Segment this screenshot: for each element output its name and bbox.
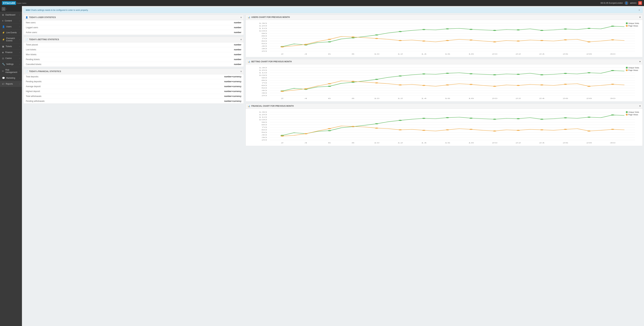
svg-point-118	[517, 85, 520, 86]
stat-row-new-users: New users: number	[24, 20, 244, 25]
sidebar-item-marketing[interactable]: 💬 Marketing ›	[0, 75, 22, 81]
svg-point-182	[399, 129, 402, 130]
svg-text:100: 100	[259, 74, 267, 76]
financial-chart-collapse-button[interactable]: ▾	[640, 105, 640, 107]
betting-chart-legend: Unique Visits Page Views	[626, 67, 639, 71]
sidebar-item-dashboard[interactable]: ⊞ Dashboard ›	[0, 12, 22, 18]
betting-chart-collapse-button[interactable]: ▾	[640, 60, 640, 63]
sidebar-item-finance[interactable]: ◈ Finance ›	[0, 50, 22, 55]
sidebar-label-finance: Finance	[5, 51, 12, 54]
chevron-right-icon: ›	[20, 46, 20, 48]
chevron-right-icon: ›	[20, 70, 20, 72]
svg-point-190	[588, 130, 591, 132]
svg-text:60: 60	[262, 129, 267, 131]
svg-text:24: 24	[539, 98, 545, 99]
svg-text:4: 4	[304, 142, 307, 144]
chevron-right-icon: ›	[20, 26, 20, 28]
svg-point-115	[446, 84, 449, 86]
casino-icon: ◎	[2, 57, 4, 60]
users-chart-collapse-button[interactable]: ▾	[640, 16, 640, 18]
svg-point-52	[588, 41, 591, 42]
svg-point-189	[564, 129, 567, 130]
legend-label-pageviews: Page Views	[628, 25, 638, 27]
total-deposits-value: number+currency	[224, 76, 242, 78]
svg-text:6: 6	[328, 142, 331, 144]
sidebar-item-prematch-events[interactable]: ⚡ Prematch Events ›	[0, 36, 22, 44]
user-stats-collapse-button[interactable]: ▾	[240, 16, 242, 19]
svg-point-120	[564, 84, 567, 85]
svg-point-45	[422, 40, 426, 42]
betting-stats-collapse-button[interactable]: ▾	[240, 38, 242, 41]
svg-text:4: 4	[304, 53, 307, 55]
svg-text:26: 26	[562, 53, 568, 55]
svg-point-43	[375, 38, 378, 39]
financial-legend-dot-orange	[626, 114, 628, 116]
svg-point-49	[517, 40, 520, 42]
sidebar-item-settings[interactable]: 🔧 Settings ›	[0, 61, 22, 67]
svg-point-46	[446, 40, 449, 41]
svg-text:30: 30	[610, 53, 616, 55]
home-icon[interactable]: ⌂	[2, 7, 6, 11]
svg-text:80: 80	[262, 80, 267, 81]
svg-point-177	[281, 136, 284, 136]
svg-text:70: 70	[262, 82, 267, 84]
sidebar-item-tickets[interactable]: ▣ Tickets ›	[0, 44, 22, 50]
svg-text:20: 20	[262, 95, 267, 96]
sidebar-item-risk-management[interactable]: ✏ Risk management ›	[0, 67, 22, 75]
sidebar-item-users[interactable]: 👤 Users ›	[0, 24, 22, 30]
pending-tickets-value: number	[234, 58, 241, 60]
sidebar-item-content[interactable]: ≡ Content ›	[0, 18, 22, 24]
svg-text:28: 28	[586, 53, 592, 55]
svg-point-110	[328, 83, 331, 84]
svg-text:60: 60	[262, 84, 267, 86]
svg-text:80: 80	[262, 124, 267, 126]
svg-text:16: 16	[445, 53, 450, 55]
chevron-right-icon: ›	[20, 77, 20, 79]
won-tickets-label: Won tickets:	[26, 53, 37, 56]
logo-area: XYbets88 Crypto Casino	[2, 1, 26, 5]
sidebar-item-live-events[interactable]: ⚡ Live Events ›	[0, 30, 22, 36]
svg-text:12: 12	[398, 142, 403, 144]
svg-point-50	[540, 40, 544, 41]
info-bar: Info! Charts settings needs to be config…	[23, 8, 643, 13]
svg-text:10: 10	[374, 98, 380, 99]
info-prefix: Info!	[26, 9, 30, 11]
svg-point-42	[352, 36, 355, 38]
svg-point-41	[328, 39, 331, 40]
financial-stats-collapse-button[interactable]: ▾	[240, 70, 242, 73]
settings-icon: 🔧	[2, 63, 5, 66]
svg-text:18: 18	[468, 98, 474, 99]
sidebar-item-reports[interactable]: 🏷 Reports ›	[0, 81, 22, 87]
svg-point-36	[564, 28, 567, 30]
svg-text:20: 20	[492, 98, 498, 99]
svg-point-109	[304, 88, 308, 89]
topbar: XYbets88 Crypto Casino 08:31:05 Europe/L…	[0, 0, 644, 6]
stat-row-cancelled-tickets: Cancelled tickets: number	[24, 62, 244, 67]
right-column: 📊 USERS CHART FOR PREVIOUS MONTH ▾ Uniqu…	[246, 14, 643, 146]
svg-point-101	[470, 73, 473, 74]
stat-row-pending-withdrawals: Pending withdrawals: number+currency	[24, 99, 244, 104]
betting-legend-pageviews: Page Views	[626, 69, 639, 71]
svg-text:16: 16	[445, 98, 450, 99]
financial-chart-header: 📊 FINANCIAL CHART FOR PREVIOUS MONTH ▾	[246, 104, 642, 109]
svg-point-33	[493, 30, 496, 31]
nav-forward-icon[interactable]: ›	[6, 8, 7, 10]
financial-chart-svg: 130 120 110 100 90 80 70 60 50 40 30 20	[247, 110, 641, 144]
financial-stats-panel: 📄 TODAY's FINANCIAL STATISTICS ▾ Total d…	[23, 68, 244, 104]
users-chart-panel: 📊 USERS CHART FOR PREVIOUS MONTH ▾ Uniqu…	[246, 14, 643, 57]
sidebar-item-casino[interactable]: ◎ Casino ›	[0, 55, 22, 61]
svg-text:90: 90	[262, 122, 267, 123]
svg-text:70: 70	[262, 38, 267, 39]
sidebar-label-marketing: Marketing	[6, 77, 15, 79]
avatar[interactable]: 👤	[624, 1, 628, 5]
svg-text:30: 30	[262, 136, 267, 138]
svg-point-186	[493, 130, 496, 132]
info-close-icon[interactable]: ✕	[638, 9, 640, 11]
svg-text:110: 110	[259, 72, 267, 74]
svg-text:20: 20	[262, 139, 267, 141]
logout-button[interactable]: ⏻	[638, 1, 642, 5]
svg-text:100: 100	[259, 30, 267, 32]
svg-text:28: 28	[586, 142, 592, 144]
cancelled-tickets-value: number	[234, 63, 241, 66]
svg-point-53	[611, 39, 614, 40]
